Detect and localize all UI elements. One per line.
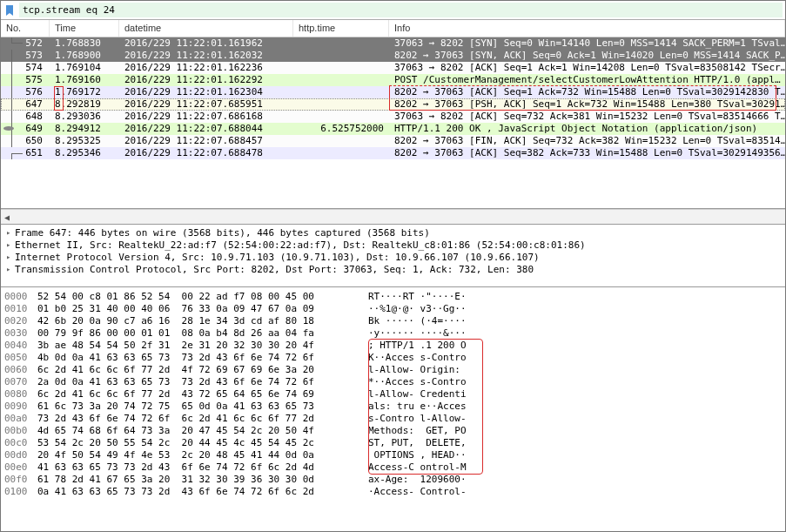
hex-row[interactable]: 00f061 78 2d 41 67 65 3a 20 31 32 30 39 … xyxy=(4,474,785,486)
column-info[interactable]: Info xyxy=(389,20,785,37)
hex-row[interactable]: 003000 79 9f 86 00 00 01 01 08 0a b4 8d … xyxy=(4,327,785,340)
packet-list-header: No. Time datetime http.time Info xyxy=(1,20,785,37)
horizontal-scrollbar[interactable]: ◀ xyxy=(1,209,785,225)
expand-icon[interactable]: ▸ xyxy=(6,265,15,273)
detail-item[interactable]: ▸Internet Protocol Version 4, Src: 10.9.… xyxy=(1,251,785,263)
hex-row[interactable]: 00702a 0d 0a 41 63 63 65 73 73 2d 43 6f … xyxy=(4,376,785,388)
packet-row[interactable]: 6498.2949122016/229 11:22:07.6880446.525… xyxy=(1,123,785,135)
hex-row[interactable]: 00806c 2d 41 6c 6c 6f 77 2d 43 72 65 64 … xyxy=(4,388,785,401)
column-httptime[interactable]: http.time xyxy=(293,20,389,37)
hex-row[interactable]: 002042 6b 20 0a 90 c7 a6 16 28 1e 34 3d … xyxy=(4,315,785,327)
hex-row[interactable]: 00e041 63 63 65 73 73 2d 43 6f 6e 74 72 … xyxy=(4,461,785,474)
expand-icon[interactable]: ▸ xyxy=(6,253,15,261)
scroll-left-icon[interactable]: ◀ xyxy=(4,212,10,222)
packet-bytes-pane[interactable]: 000052 54 00 c8 01 86 52 54 00 22 ad f7 … xyxy=(1,287,785,502)
packet-row[interactable]: 5721.7688302016/229 11:22:01.16196237063… xyxy=(1,37,785,50)
column-datetime[interactable]: datetime xyxy=(119,20,293,37)
packet-details-pane[interactable]: ▸Frame 647: 446 bytes on wire (3568 bits… xyxy=(1,225,785,287)
hex-row[interactable]: 001001 b0 25 31 40 00 40 06 76 33 0a 09 … xyxy=(4,303,785,315)
packet-row[interactable]: 6488.2930362016/229 11:22:07.68616837063… xyxy=(1,111,785,123)
display-filter-input[interactable] xyxy=(19,3,783,17)
display-filter-bar xyxy=(1,1,785,20)
packet-row[interactable]: 5741.7691042016/229 11:22:01.16223637063… xyxy=(1,62,785,74)
hex-row[interactable]: 00b04d 65 74 68 6f 64 73 3a 20 47 45 54 … xyxy=(4,425,785,437)
hex-row[interactable]: 00403b ae 48 54 54 50 2f 31 2e 31 20 32 … xyxy=(4,340,785,352)
packet-list-pane: No. Time datetime http.time Info 5721.76… xyxy=(1,20,785,209)
packet-list-body[interactable]: 5721.7688302016/229 11:22:01.16196237063… xyxy=(1,37,785,159)
packet-row[interactable]: 5761.7691722016/229 11:22:01.1623048202 … xyxy=(1,86,785,98)
packet-row[interactable]: 5751.7691602016/229 11:22:01.162292POST … xyxy=(1,74,785,86)
detail-item[interactable]: ▸Transmission Control Protocol, Src Port… xyxy=(1,263,785,275)
hex-row[interactable]: 00d020 4f 50 54 49 4f 4e 53 2c 20 48 45 … xyxy=(4,449,785,461)
expand-icon[interactable]: ▸ xyxy=(6,228,15,237)
hex-row[interactable]: 000052 54 00 c8 01 86 52 54 00 22 ad f7 … xyxy=(4,291,785,303)
packet-row[interactable]: 5731.7689002016/229 11:22:01.1620328202 … xyxy=(1,50,785,62)
hex-row[interactable]: 00c053 54 2c 20 50 55 54 2c 20 44 45 4c … xyxy=(4,437,785,449)
packet-row[interactable]: 6508.2953252016/229 11:22:07.6884578202 … xyxy=(1,135,785,147)
packet-row[interactable]: 6478.2928192016/229 11:22:07.6859518202 … xyxy=(1,98,785,111)
hex-row[interactable]: 01000a 41 63 63 65 73 73 2d 43 6f 6e 74 … xyxy=(4,486,785,498)
column-no[interactable]: No. xyxy=(1,20,50,37)
expand-icon[interactable]: ▸ xyxy=(6,240,15,249)
hex-row[interactable]: 00606c 2d 41 6c 6c 6f 77 2d 4f 72 69 67 … xyxy=(4,364,785,376)
hex-row[interactable]: 00504b 0d 0a 41 63 63 65 73 73 2d 43 6f … xyxy=(4,352,785,364)
bookmark-icon[interactable] xyxy=(3,4,16,17)
column-time[interactable]: Time xyxy=(50,20,119,37)
detail-item[interactable]: ▸Ethernet II, Src: RealtekU_22:ad:f7 (52… xyxy=(1,239,785,251)
packet-row[interactable]: 6518.2953462016/229 11:22:07.6884788202 … xyxy=(1,147,785,159)
hex-row[interactable]: 009061 6c 73 3a 20 74 72 75 65 0d 0a 41 … xyxy=(4,401,785,413)
detail-item[interactable]: ▸Frame 647: 446 bytes on wire (3568 bits… xyxy=(1,226,785,239)
hex-row[interactable]: 00a073 2d 43 6f 6e 74 72 6f 6c 2d 41 6c … xyxy=(4,413,785,425)
